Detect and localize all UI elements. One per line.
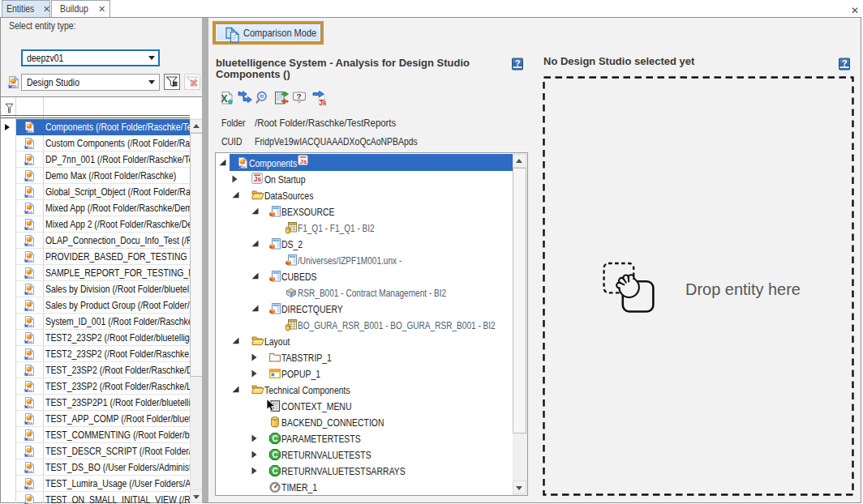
svg-text:xxx: xxx xyxy=(27,242,33,246)
svg-text:xxx: xxx xyxy=(27,258,33,263)
svg-text:xxx: xxx xyxy=(11,84,17,88)
svg-text:xxx: xxx xyxy=(27,453,33,457)
svg-text:xxx: xxx xyxy=(27,372,33,376)
svg-text:C: C xyxy=(272,467,277,476)
svg-text:xxx: xxx xyxy=(27,129,33,133)
svg-text:Js: Js xyxy=(254,175,262,183)
svg-text:xxx: xxx xyxy=(27,340,33,344)
svg-text:xxx: xxx xyxy=(27,275,33,279)
svg-text:xxx: xxx xyxy=(27,356,33,360)
svg-text:Js: Js xyxy=(319,99,327,106)
svg-text:xxx: xxx xyxy=(27,437,33,441)
svg-text:X: X xyxy=(221,93,228,105)
svg-text:?: ? xyxy=(297,92,302,100)
svg-text:xxx: xxx xyxy=(27,485,33,489)
svg-text:xxx: xxx xyxy=(27,469,33,473)
svg-text:xxx: xxx xyxy=(27,404,33,408)
svg-text:xxx: xxx xyxy=(27,388,33,392)
svg-text:xxx: xxx xyxy=(27,307,33,311)
svg-text:?: ? xyxy=(515,58,520,68)
svg-text:xxx: xxx xyxy=(27,323,33,327)
svg-text:xxx: xxx xyxy=(27,145,33,149)
svg-text:xxx: xxx xyxy=(27,194,33,198)
svg-text:xxx: xxx xyxy=(27,421,33,425)
svg-text:xxx: xxx xyxy=(27,177,33,182)
svg-text:?: ? xyxy=(842,58,847,68)
svg-text:xxx: xxx xyxy=(27,291,33,295)
svg-text:C: C xyxy=(272,434,277,443)
svg-text:xxx: xxx xyxy=(240,164,247,169)
svg-text:xxx: xxx xyxy=(27,226,33,230)
svg-text:xxx: xxx xyxy=(27,161,33,165)
svg-text:Js: Js xyxy=(300,158,307,165)
svg-text:xxx: xxx xyxy=(27,210,33,214)
svg-text:C: C xyxy=(272,451,277,459)
